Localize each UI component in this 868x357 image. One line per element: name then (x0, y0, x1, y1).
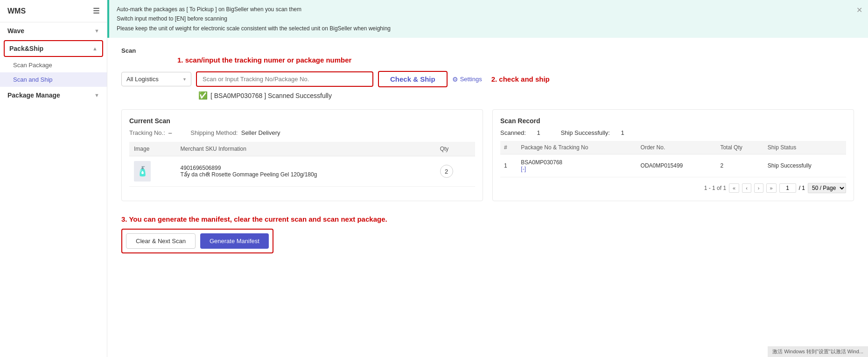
app-title: WMS (7, 7, 26, 15)
activation-overlay: 激活 Windows 转到"设置"以激活 Wind... (768, 346, 868, 357)
scan-record-panel: Scan Record Scanned: 1 Ship Successfully… (492, 109, 854, 201)
col-order-no: Order No. (637, 141, 717, 154)
sidebar-item-scan-package[interactable]: Scan Package (0, 58, 107, 72)
sidebar-section-package-manage[interactable]: Package Manage ▼ (0, 87, 107, 104)
sidebar-section-wave[interactable]: Wave ▼ (0, 22, 107, 39)
last-page-button[interactable]: » (766, 183, 777, 193)
close-banner-button[interactable]: ✕ (856, 4, 862, 16)
product-info: 4901696506899 Tẩy da chết Rosette Gommag… (181, 165, 431, 178)
scan-area: Scan 1. scan/input the tracking numer or… (107, 38, 868, 105)
page-total: / 1 (799, 185, 805, 191)
ship-success-label: Ship Successfully: 1 (560, 129, 633, 136)
qty-value: 2 (440, 165, 453, 178)
record-row: 1 BSA0MP030768 [-] ODA0MP015499 2 Ship S… (500, 154, 846, 177)
col-total-qty: Total Qty (716, 141, 763, 154)
wave-label: Wave (7, 27, 24, 35)
instruction1-text: 1. scan/input the tracking numer or pack… (177, 56, 351, 64)
success-icon: ✅ (198, 91, 208, 100)
shipping-meta: Shipping Method: Seller Delivery (190, 129, 280, 136)
scan-record-table: # Package No & Tracking No Order No. Tot… (500, 141, 846, 177)
info-line1: Auto-mark the packages as [ To Pickup ] … (117, 5, 861, 14)
tracking-meta: Tracking No.: – (129, 129, 172, 136)
page-range: 1 - 1 of 1 (704, 185, 726, 191)
sidebar-header: WMS ☰ (0, 0, 107, 22)
scan-success-message: ✅ [ BSA0MP030768 ] Scanned Successfully (198, 91, 854, 100)
wave-chevron: ▼ (94, 28, 99, 34)
ship-status-value: Ship Successfully (764, 154, 846, 177)
panels: Current Scan Tracking No.: – Shipping Me… (107, 105, 868, 210)
main-content: Auto-mark the packages as [ To Pickup ] … (107, 0, 868, 357)
current-scan-table: Image Merchant SKU Information Qty 🧴 490… (129, 142, 475, 187)
info-line3: Please keep the unit of weight for elect… (117, 24, 861, 33)
generate-manifest-button[interactable]: Generate Manifest (200, 233, 269, 249)
pagination: 1 - 1 of 1 « ‹ › » / 1 50 / Page (500, 183, 846, 193)
first-page-button[interactable]: « (729, 183, 739, 193)
pack-ship-label: Pack&Ship (9, 45, 43, 52)
instruction2-text: 2. check and ship (491, 75, 550, 83)
scan-row: All Logistics Check & Ship ⚙ Settings 2.… (121, 71, 854, 87)
menu-icon[interactable]: ☰ (93, 7, 99, 15)
per-page-select[interactable]: 50 / Page (808, 183, 846, 193)
check-ship-button[interactable]: Check & Ship (378, 71, 448, 87)
col-image: Image (129, 142, 176, 156)
current-scan-panel: Current Scan Tracking No.: – Shipping Me… (121, 109, 483, 201)
col-sku-info: Merchant SKU Information (176, 142, 435, 156)
current-scan-meta: Tracking No.: – Shipping Method: Seller … (129, 129, 475, 136)
step3-instruction: 3. You can generate the manifest, clear … (121, 215, 854, 223)
clear-next-scan-button[interactable]: Clear & Next Scan (126, 233, 196, 249)
scan-label: Scan (121, 47, 854, 54)
prev-page-button[interactable]: ‹ (742, 183, 751, 193)
next-page-button[interactable]: › (754, 183, 763, 193)
pack-ship-chevron: ▲ (92, 46, 98, 51)
step3-area: 3. You can generate the manifest, clear … (107, 210, 868, 263)
sidebar-section-pack-ship[interactable]: Pack&Ship ▲ (4, 40, 103, 57)
logistics-select-wrap[interactable]: All Logistics (121, 72, 191, 86)
step3-buttons: Clear & Next Scan Generate Manifest (121, 229, 273, 253)
logistics-select[interactable]: All Logistics (121, 72, 191, 86)
sidebar-item-scan-and-ship[interactable]: Scan and Ship (0, 72, 107, 87)
scan-input[interactable] (196, 71, 373, 87)
gear-icon: ⚙ (452, 76, 458, 83)
info-line2: Switch input method to [EN] before scann… (117, 14, 861, 23)
info-banner: Auto-mark the packages as [ To Pickup ] … (107, 0, 868, 38)
expand-icon[interactable]: [-] (521, 166, 633, 172)
col-num: # (500, 141, 517, 154)
package-manage-chevron: ▼ (94, 92, 99, 98)
settings-button[interactable]: ⚙ Settings (452, 76, 482, 83)
page-input[interactable] (779, 183, 796, 193)
col-qty: Qty (435, 142, 475, 156)
scanned-label: Scanned: 1 (500, 129, 551, 136)
scan-record-title: Scan Record (500, 117, 846, 125)
product-image: 🧴 (134, 161, 151, 182)
table-row: 🧴 4901696506899 Tẩy da chết Rosette Gomm… (129, 156, 475, 187)
current-scan-title: Current Scan (129, 117, 475, 125)
sidebar: WMS ☰ Wave ▼ Pack&Ship ▲ Scan Package Sc… (0, 0, 107, 357)
col-package-no: Package No & Tracking No (517, 141, 637, 154)
scan-record-header: Scanned: 1 Ship Successfully: 1 (500, 129, 846, 136)
package-manage-label: Package Manage (7, 91, 60, 99)
col-ship-status: Ship Status (764, 141, 846, 154)
